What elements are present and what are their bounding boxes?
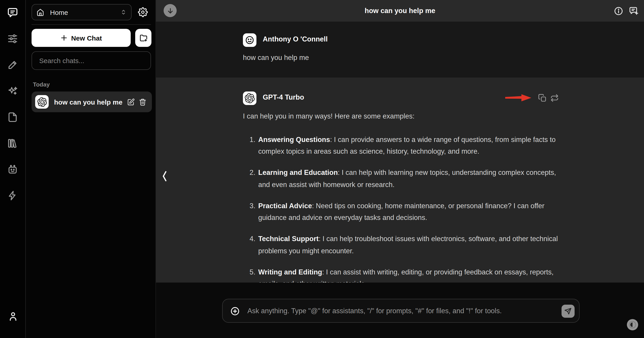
composer-zone [156, 282, 644, 338]
arrow-down-icon [166, 7, 174, 14]
list-item: Answering Questions: I can provide answe… [257, 134, 558, 158]
icon-rail [0, 0, 26, 338]
copy-icon[interactable] [538, 94, 547, 102]
message-input[interactable] [248, 300, 527, 322]
settings-gear-icon[interactable] [138, 7, 148, 17]
assistant-message-body: I can help you in many ways! Here are so… [243, 110, 558, 282]
send-button[interactable] [562, 305, 574, 318]
new-chat-button[interactable]: New Chat [32, 29, 131, 47]
list-item: Writing and Editing: I can assist with w… [257, 266, 558, 282]
search-input[interactable] [32, 52, 151, 70]
theme-toggle-button[interactable] [627, 319, 638, 330]
user-avatar [243, 33, 256, 47]
sidebar-collapse-toggle[interactable] [161, 170, 168, 182]
library-icon[interactable] [3, 134, 22, 153]
list-item: Technical Support: I can help troublesho… [257, 233, 558, 257]
delete-icon[interactable] [139, 98, 146, 106]
assistant-list: Answering Questions: I can provide answe… [243, 134, 558, 282]
sparkles-icon[interactable] [3, 82, 22, 100]
assistant-avatar [243, 92, 256, 105]
zap-icon[interactable] [3, 186, 22, 205]
user-name: Anthony O 'Connell [263, 35, 328, 43]
sidebar-divider [32, 24, 151, 25]
scroll-down-button[interactable] [164, 4, 177, 17]
chevron-up-down-icon [120, 9, 127, 15]
pencil-icon[interactable] [3, 56, 22, 74]
conversation-title: how can you help me [54, 98, 123, 106]
date-section-label: Today [33, 81, 50, 88]
new-conversation-icon[interactable] [629, 6, 638, 16]
openai-logo-icon [35, 95, 49, 108]
chat-panel: how can you help me Anthony O 'Connell h… [156, 0, 644, 338]
list-item: Learning and Education: I can help with … [257, 167, 558, 191]
annotation-arrow [505, 93, 531, 103]
new-chat-label: New Chat [71, 34, 102, 42]
assistant-intro: I can help you in many ways! Here are so… [243, 110, 558, 122]
rename-icon[interactable] [127, 98, 135, 106]
plus-icon [60, 34, 68, 42]
info-icon[interactable] [614, 6, 623, 16]
regenerate-icon[interactable] [550, 94, 559, 102]
page-title: how can you help me [156, 7, 644, 15]
folder-plus-icon [139, 34, 148, 42]
assistant-message: GPT-4 Turbo I can help you in many ways!… [156, 78, 644, 282]
user-message-text: how can you help me [243, 54, 309, 62]
chat-header: how can you help me [156, 0, 644, 22]
chat-icon[interactable] [3, 3, 22, 22]
sliders-icon[interactable] [3, 29, 22, 48]
paper-plane-icon [564, 307, 572, 315]
app-window: Home New Chat Today how can you help me [0, 0, 644, 338]
conversation-list-item[interactable]: how can you help me [32, 92, 152, 112]
workspace-select[interactable]: Home [32, 4, 132, 20]
bot-icon[interactable] [3, 160, 22, 179]
user-message: Anthony O 'Connell how can you help me [156, 22, 644, 78]
workspace-label: Home [50, 8, 68, 16]
attach-plus-icon[interactable] [230, 306, 240, 316]
person-icon[interactable] [0, 311, 26, 322]
new-folder-button[interactable] [135, 29, 152, 47]
file-icon[interactable] [3, 108, 22, 127]
smiley-icon [245, 35, 255, 45]
composer[interactable] [222, 299, 580, 323]
sidebar: Home New Chat Today how can you help me [26, 0, 156, 338]
assistant-name: GPT-4 Turbo [263, 93, 304, 102]
list-item: Practical Advice: Need tips on cooking, … [257, 200, 558, 224]
home-icon [36, 8, 44, 16]
openai-logo-icon [245, 93, 255, 103]
